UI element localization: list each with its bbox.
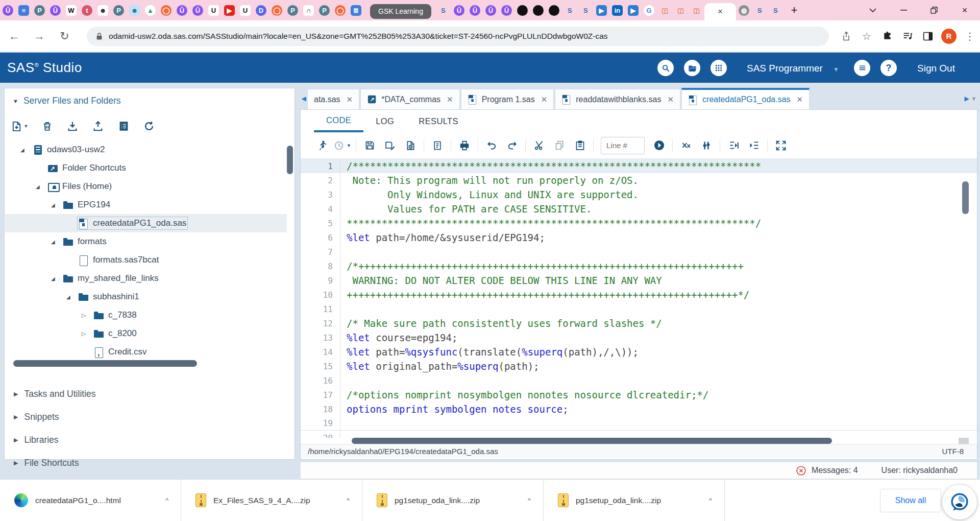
forward-icon[interactable]: → (28, 25, 50, 48)
refresh-button[interactable] (136, 121, 162, 132)
code-line-15[interactable]: 15%let original_path=%superq(path); (301, 359, 977, 373)
run-button[interactable] (312, 136, 332, 155)
pinned-tab-udemy[interactable]: Û (470, 5, 480, 16)
pinned-tab-postman[interactable]: ◯ (161, 5, 172, 16)
pinned-tab-dark-site[interactable] (533, 5, 544, 16)
code-line-13[interactable]: 13%let course=epg194; (301, 330, 977, 345)
pinned-tab-app-blue[interactable]: ≣ (351, 5, 361, 16)
pinned-tab-sas[interactable]: S (438, 5, 449, 16)
tree-item-c-7838[interactable]: c_7838 (5, 306, 287, 324)
apps-grid-icon[interactable] (710, 60, 727, 76)
pinned-tab-udemy[interactable]: Û (485, 5, 496, 16)
search-icon[interactable] (657, 60, 674, 76)
share-icon[interactable] (836, 26, 856, 46)
tab-list-dropdown-icon[interactable]: ▼ (970, 88, 977, 109)
pinned-tab-sas[interactable]: S (580, 5, 591, 16)
upload-button[interactable] (85, 121, 111, 132)
tab-group-gsk-learning[interactable]: GSK Learning (370, 4, 431, 19)
pinned-tab-headphones[interactable]: ∩ (303, 5, 314, 16)
scroll-tabs-left-icon[interactable]: ◀ (300, 88, 307, 109)
editor-tab-program-1-sas[interactable]: Program 1.sas✕ (461, 89, 554, 109)
sidebar-horizontal-scrollbar[interactable] (13, 360, 197, 367)
redo-button[interactable] (502, 136, 522, 155)
reload-icon[interactable]: ↻ (54, 25, 76, 48)
pinned-tab-postman[interactable]: ◯ (335, 5, 346, 16)
pinned-tab-udemy[interactable]: Û (3, 5, 13, 16)
close-editor-tab-icon[interactable]: ✕ (347, 95, 353, 104)
sidebar-title[interactable]: Server Files and Folders (23, 96, 121, 106)
save-as-button[interactable] (380, 136, 400, 155)
pinned-tab-lucid[interactable]: ◫ (675, 5, 686, 16)
extensions-puzzle-icon[interactable] (877, 26, 897, 46)
pinned-tab-udacity[interactable]: U (240, 5, 251, 16)
editor-tab--data-commas[interactable]: *DATA_commas✕ (360, 89, 459, 109)
pinned-tab-youtube[interactable]: ▶ (224, 5, 235, 16)
print-button[interactable] (454, 136, 475, 155)
maximize-view-button[interactable] (771, 136, 791, 155)
view-tab-code[interactable]: CODE (314, 110, 363, 132)
code-line-1[interactable]: 1/**************************************… (301, 159, 977, 173)
server-menu-icon[interactable] (854, 60, 870, 76)
download-item[interactable]: Ex_Files_SAS_9_4_A....zip^ (181, 480, 362, 521)
editor-tab-ata-sas[interactable]: ata.sas✕ (307, 89, 359, 109)
pinned-tab-sas[interactable]: S (565, 5, 575, 16)
file-summary-button[interactable] (400, 136, 421, 155)
new-tab-button[interactable]: + (787, 3, 802, 18)
tree-item-odaws03-usw2[interactable]: odaws03-usw2 (5, 140, 287, 159)
editor-tab-createdatapg1-oda-sas[interactable]: createdataPG1_oda.sas✕ (681, 88, 810, 109)
tree-disclosure-icon[interactable] (51, 202, 63, 208)
properties-list-button[interactable] (111, 121, 136, 132)
code-line-6[interactable]: 6%let path=/home/&sysuserid/EPG194; (301, 230, 977, 245)
code-line-11[interactable]: 11 (301, 302, 977, 316)
tree-disclosure-icon[interactable] (82, 330, 94, 337)
help-icon[interactable]: ? (880, 60, 897, 76)
tree-item-epg194[interactable]: EPG194 (5, 196, 287, 214)
pinned-tab-docs[interactable]: ≡ (18, 5, 29, 16)
pinned-tab-sas[interactable]: S (770, 5, 781, 16)
tree-disclosure-icon[interactable] (51, 239, 63, 245)
close-editor-tab-icon[interactable]: ✕ (797, 95, 803, 104)
sidebar-item-tasks-and-utilities[interactable]: ▶Tasks and Utilities (5, 383, 295, 406)
tree-item-c-8200[interactable]: c_8200 (5, 324, 287, 343)
tree-item-files-home-[interactable]: Files (Home) (5, 177, 287, 196)
paste-button[interactable] (570, 136, 590, 155)
code-editor[interactable]: 1/**************************************… (301, 159, 977, 438)
code-line-12[interactable]: 12/* Make sure path consistently uses fo… (301, 316, 977, 330)
pinned-tab-dark-site[interactable] (517, 5, 528, 16)
tree-disclosure-icon[interactable] (66, 294, 79, 300)
pinned-tab-udemy[interactable]: Û (501, 5, 512, 16)
code-line-4[interactable]: 4 Values for PATH are CASE SENSITIVE. (301, 202, 977, 216)
code-line-5[interactable]: 5***************************************… (301, 216, 977, 230)
code-line-2[interactable]: 2 Note: This program will not run proper… (301, 173, 977, 187)
undo-button[interactable] (481, 136, 502, 155)
minimize-window-button[interactable] (888, 0, 919, 20)
new-item-button[interactable]: ▼ (5, 121, 34, 132)
new-item-caret-icon[interactable]: ▼ (24, 124, 29, 129)
download-menu-chevron-icon[interactable]: ^ (709, 496, 712, 504)
role-selector[interactable]: SAS Programmer (747, 63, 823, 74)
code-line-16[interactable]: 16 (301, 373, 977, 388)
pinned-tab-globe[interactable]: ◍ (739, 5, 749, 16)
pinned-tab-video[interactable]: ▶ (596, 5, 607, 16)
pinned-tab-udacity[interactable]: U (208, 5, 219, 16)
tree-disclosure-icon[interactable] (51, 276, 63, 281)
cut-button[interactable] (529, 136, 549, 155)
pinned-tab-udemy[interactable]: Û (192, 5, 203, 16)
active-browser-tab[interactable]: × (704, 3, 736, 20)
compare-code-button[interactable] (696, 136, 717, 155)
address-bar[interactable]: odamid-usw2.oda.sas.com/SASStudio/main?l… (87, 27, 829, 46)
download-button[interactable] (60, 121, 85, 132)
view-tab-results[interactable]: RESULTS (406, 110, 471, 132)
pinned-tab-udemy[interactable]: Û (177, 5, 187, 16)
bookmark-star-icon[interactable]: ☆ (856, 26, 877, 46)
tree-item-credit-csv[interactable]: Credit.csv (5, 343, 287, 361)
sign-out-button[interactable]: Sign Out (917, 63, 955, 74)
download-menu-chevron-icon[interactable]: ^ (528, 496, 531, 504)
download-item[interactable]: pg1setup_oda_link....zip^ (362, 480, 544, 521)
pinned-tab-discord[interactable]: D (256, 5, 266, 16)
close-editor-tab-icon[interactable]: ✕ (667, 95, 674, 104)
editor-tab-readdatawithblanks-sas[interactable]: readdatawithblanks.sas✕ (555, 89, 680, 109)
open-folder-icon[interactable] (684, 60, 700, 76)
section-expand-icon[interactable]: ▶ (14, 437, 18, 443)
code-line-19[interactable]: 19 (301, 416, 977, 431)
